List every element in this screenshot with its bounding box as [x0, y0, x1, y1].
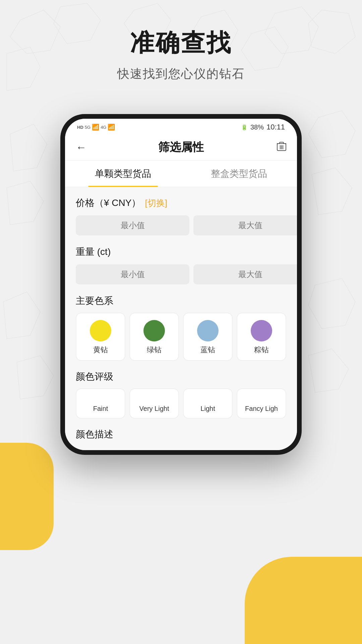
price-max-input[interactable]	[193, 215, 297, 235]
price-filter-section: 价格（¥ CNY） [切换] 范围 ▾	[76, 197, 286, 236]
svg-marker-9	[312, 168, 352, 215]
status-left: HD 5G 📶 4G 📶	[77, 123, 115, 131]
sub-title: 快速找到您心仪的钻石	[0, 66, 362, 82]
tab-single[interactable]: 单颗类型货品	[65, 161, 181, 187]
desc-section-title: 颜色描述	[76, 428, 286, 441]
svg-marker-12	[308, 278, 355, 329]
purple-diamond-circle	[251, 320, 272, 341]
green-diamond-circle	[143, 320, 165, 341]
grade-fancy-name: Fancy Ligh	[245, 405, 278, 413]
svg-marker-8	[308, 111, 355, 158]
yellow-shape-bottom	[245, 557, 362, 644]
delete-button[interactable]	[277, 141, 286, 154]
yellow-diamond-circle	[90, 320, 111, 341]
color-card-blue[interactable]: 蓝钻	[183, 313, 233, 361]
nav-title: 筛选属性	[158, 140, 204, 155]
grade-card-faint[interactable]: Faint	[76, 388, 125, 419]
status-bar: HD 5G 📶 4G 📶 🔋 38% 10:11	[65, 119, 297, 134]
grade-light-name: Light	[200, 405, 215, 413]
color-card-yellow[interactable]: 黄钻	[76, 313, 125, 361]
svg-marker-6	[10, 124, 47, 171]
grade-card-very-light[interactable]: Very Light	[129, 388, 179, 419]
phone-mockup: HD 5G 📶 4G 📶 🔋 38% 10:11 ← 筛选属性	[60, 114, 302, 455]
purple-diamond-name: 粽钻	[254, 345, 269, 355]
color-section-title: 主要色系	[76, 294, 286, 307]
price-label: 价格（¥ CNY） [切换]	[76, 197, 286, 209]
grade-very-light-name: Very Light	[139, 405, 169, 413]
yellow-shape-left	[0, 443, 54, 550]
weight-max-input[interactable]	[193, 264, 297, 284]
weight-label: 重量 (ct)	[76, 246, 286, 258]
time-display: 10:11	[266, 123, 285, 131]
grade-grid: Faint Very Light Light Fancy Ligh	[76, 388, 286, 419]
phone-screen: HD 5G 📶 4G 📶 🔋 38% 10:11 ← 筛选属性	[65, 119, 297, 450]
tabs-container: 单颗类型货品 整盒类型货品	[65, 161, 297, 187]
svg-marker-7	[7, 181, 44, 225]
grade-section: 颜色评级 Faint Very Light Light Fancy Ligh	[76, 370, 286, 419]
battery-icon: 🔋	[241, 124, 248, 130]
status-right: 🔋 38% 10:11	[241, 123, 285, 131]
color-card-green[interactable]: 绿钻	[129, 313, 179, 361]
grade-faint-name: Faint	[93, 405, 108, 413]
weight-min-input[interactable]	[76, 264, 189, 284]
price-min-input[interactable]	[76, 215, 189, 235]
yellow-diamond-name: 黄钻	[93, 345, 108, 355]
svg-marker-13	[308, 349, 349, 392]
main-title: 准确查找	[0, 27, 362, 59]
grade-section-title: 颜色评级	[76, 370, 286, 383]
currency-switch[interactable]: [切换]	[145, 197, 167, 209]
signal-icons: HD 5G 📶 4G 📶	[77, 123, 115, 131]
back-button[interactable]: ←	[76, 141, 86, 154]
svg-marker-10	[3, 292, 40, 339]
color-section: 主要色系 黄钻 绿钻 蓝钻	[76, 294, 286, 361]
color-grid: 黄钻 绿钻 蓝钻 粽钻	[76, 313, 286, 361]
tab-box[interactable]: 整盒类型货品	[181, 161, 297, 187]
blue-diamond-name: 蓝钻	[200, 345, 215, 355]
green-diamond-name: 绿钻	[147, 345, 162, 355]
weight-filter-section: 重量 (ct) 范围 ▾	[76, 246, 286, 285]
svg-marker-11	[17, 356, 54, 399]
content-area: 价格（¥ CNY） [切换] 范围 ▾ 重量 (	[65, 187, 297, 450]
weight-inputs: 范围 ▾	[76, 264, 286, 285]
blue-diamond-circle	[197, 320, 219, 341]
top-section: 准确查找 快速找到您心仪的钻石	[0, 0, 362, 82]
grade-card-fancy[interactable]: Fancy Ligh	[237, 388, 286, 419]
nav-bar: ← 筛选属性	[65, 134, 297, 161]
grade-card-light[interactable]: Light	[183, 388, 233, 419]
color-card-purple[interactable]: 粽钻	[237, 313, 286, 361]
phone-outer: HD 5G 📶 4G 📶 🔋 38% 10:11 ← 筛选属性	[60, 114, 302, 455]
price-inputs: 范围 ▾	[76, 215, 286, 236]
battery-percent: 38%	[250, 123, 264, 131]
